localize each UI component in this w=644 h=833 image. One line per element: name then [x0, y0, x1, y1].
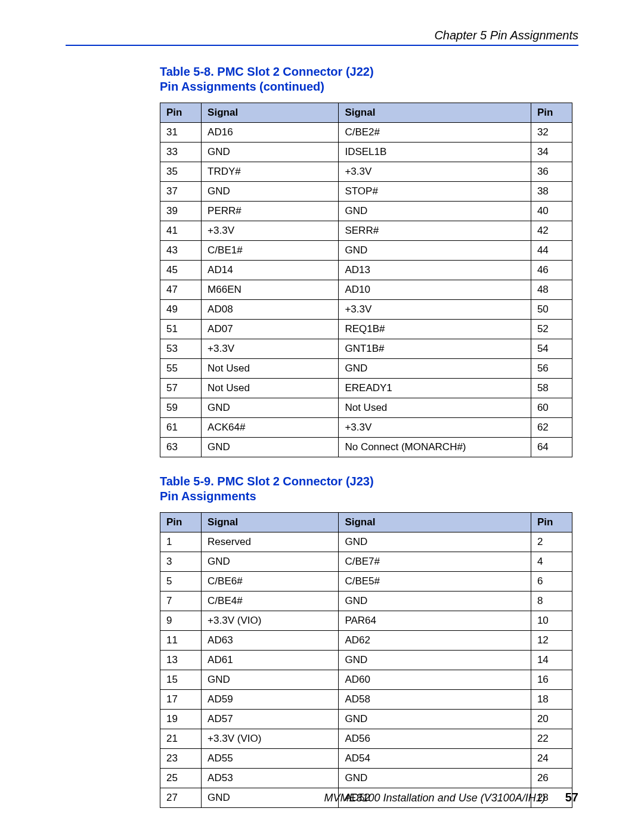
cell-signal-left: PERR#	[202, 202, 339, 221]
cell-signal-right: +3.3V	[339, 300, 531, 320]
table-row: 5C/BE6#C/BE5#6	[160, 572, 572, 592]
cell-signal-right: AD13	[339, 261, 531, 280]
table-row: 11AD63AD6212	[160, 631, 572, 651]
table-row: 39PERR#GND40	[160, 202, 572, 221]
cell-pin-left: 15	[160, 670, 202, 690]
cell-signal-left: GND	[202, 552, 339, 572]
cell-signal-left: AD63	[202, 631, 339, 651]
section-gap	[160, 457, 572, 474]
cell-pin-left: 55	[160, 359, 202, 379]
cell-signal-right: AD60	[339, 670, 531, 690]
cell-pin-left: 47	[160, 280, 202, 300]
cell-pin-right: 20	[531, 710, 572, 729]
cell-pin-left: 31	[160, 123, 202, 143]
cell-signal-right: AD58	[339, 690, 531, 710]
cell-signal-left: GND	[202, 398, 339, 418]
table-row: 35TRDY#+3.3V36	[160, 162, 572, 182]
col-signal-left: Signal	[202, 103, 339, 123]
col-signal-right: Signal	[339, 513, 531, 532]
cell-signal-right: EREADY1	[339, 379, 531, 398]
cell-signal-right: Not Used	[339, 398, 531, 418]
cell-pin-right: 42	[531, 221, 572, 241]
table-header-row: Pin Signal Signal Pin	[160, 103, 572, 123]
cell-signal-left: AD14	[202, 261, 339, 280]
cell-signal-left: C/BE4#	[202, 592, 339, 611]
cell-pin-right: 62	[531, 418, 572, 438]
cell-signal-left: GND	[202, 143, 339, 162]
cell-pin-left: 9	[160, 611, 202, 631]
cell-signal-left: Not Used	[202, 379, 339, 398]
table-row: 63GNDNo Connect (MONARCH#)64	[160, 438, 572, 457]
chapter-header: Chapter 5 Pin Assignments	[434, 29, 578, 42]
cell-pin-left: 33	[160, 143, 202, 162]
table-row: 55Not UsedGND56	[160, 359, 572, 379]
table-row: 43C/BE1#GND44	[160, 241, 572, 261]
cell-pin-left: 3	[160, 552, 202, 572]
table-row: 45AD14AD1346	[160, 261, 572, 280]
cell-pin-left: 7	[160, 592, 202, 611]
cell-signal-left: GND	[202, 438, 339, 457]
col-pin-left: Pin	[160, 513, 202, 532]
cell-signal-right: +3.3V	[339, 418, 531, 438]
cell-signal-left: Not Used	[202, 359, 339, 379]
cell-signal-left: AD08	[202, 300, 339, 320]
cell-signal-left: TRDY#	[202, 162, 339, 182]
cell-pin-right: 10	[531, 611, 572, 631]
cell-signal-left: AD59	[202, 690, 339, 710]
col-pin-right: Pin	[531, 103, 572, 123]
cell-signal-right: GND	[339, 202, 531, 221]
cell-pin-left: 23	[160, 749, 202, 769]
cell-pin-right: 40	[531, 202, 572, 221]
table-row: 23AD55AD5424	[160, 749, 572, 769]
cell-signal-right: GND	[339, 769, 531, 788]
cell-pin-left: 63	[160, 438, 202, 457]
cell-signal-right: STOP#	[339, 182, 531, 202]
cell-signal-left: +3.3V (VIO)	[202, 729, 339, 749]
cell-pin-right: 16	[531, 670, 572, 690]
cell-pin-left: 51	[160, 320, 202, 339]
table-5-8: Pin Signal Signal Pin 31AD16C/BE2#3233GN…	[160, 103, 572, 457]
cell-pin-right: 52	[531, 320, 572, 339]
table-row: 3GNDC/BE7#4	[160, 552, 572, 572]
cell-pin-right: 22	[531, 729, 572, 749]
cell-pin-right: 38	[531, 182, 572, 202]
cell-signal-right: AD10	[339, 280, 531, 300]
cell-signal-right: SERR#	[339, 221, 531, 241]
cell-signal-left: AD55	[202, 749, 339, 769]
cell-pin-right: 6	[531, 572, 572, 592]
col-signal-right: Signal	[339, 103, 531, 123]
cell-signal-left: AD07	[202, 320, 339, 339]
cell-signal-left: Reserved	[202, 532, 339, 552]
cell-pin-right: 26	[531, 769, 572, 788]
cell-signal-right: GND	[339, 532, 531, 552]
table-row: 25AD53GND26	[160, 769, 572, 788]
table-row: 21+3.3V (VIO)AD5622	[160, 729, 572, 749]
footer-page-number: 57	[565, 791, 578, 804]
page-content: Table 5-8. PMC Slot 2 Connector (J22) Pi…	[160, 64, 572, 808]
cell-pin-left: 59	[160, 398, 202, 418]
page: Chapter 5 Pin Assignments Table 5-8. PMC…	[0, 0, 644, 833]
cell-pin-left: 49	[160, 300, 202, 320]
cell-signal-right: No Connect (MONARCH#)	[339, 438, 531, 457]
cell-signal-right: GND	[339, 241, 531, 261]
cell-pin-left: 25	[160, 769, 202, 788]
cell-pin-left: 45	[160, 261, 202, 280]
cell-pin-right: 14	[531, 651, 572, 670]
col-pin-right: Pin	[531, 513, 572, 532]
cell-signal-right: AD56	[339, 729, 531, 749]
cell-signal-left: +3.3V (VIO)	[202, 611, 339, 631]
cell-pin-left: 11	[160, 631, 202, 651]
table-5-8-title-line1: Table 5-8. PMC Slot 2 Connector (J22)	[160, 65, 374, 78]
page-footer: MVME3100 Installation and Use (V3100A/IH…	[324, 791, 578, 804]
table-row: 37GNDSTOP#38	[160, 182, 572, 202]
cell-signal-right: IDSEL1B	[339, 143, 531, 162]
table-row: 61ACK64#+3.3V62	[160, 418, 572, 438]
table-row: 17AD59AD5818	[160, 690, 572, 710]
cell-pin-left: 37	[160, 182, 202, 202]
footer-doc-title: MVME3100 Installation and Use (V3100A/IH…	[324, 792, 546, 804]
cell-signal-left: GND	[202, 788, 339, 808]
cell-pin-right: 46	[531, 261, 572, 280]
cell-pin-left: 17	[160, 690, 202, 710]
cell-signal-left: AD16	[202, 123, 339, 143]
cell-pin-right: 48	[531, 280, 572, 300]
